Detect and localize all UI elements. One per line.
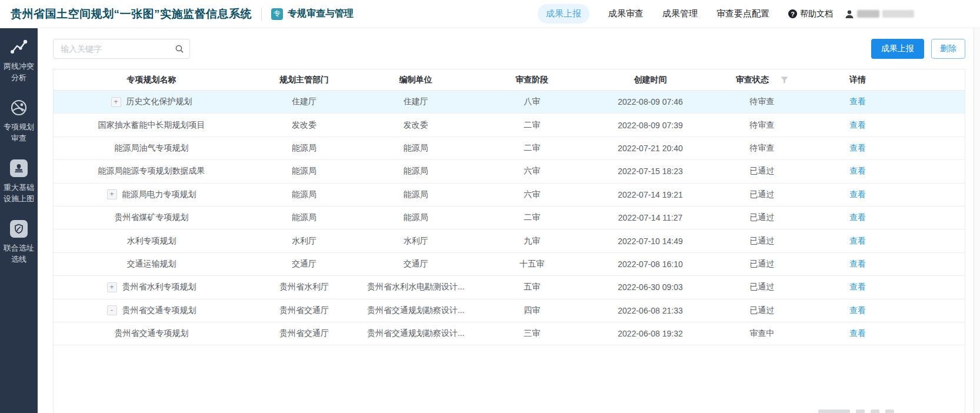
table-row[interactable]: -贵州省交通专项规划 贵州省交通厅 贵州省交通规划勘察设计... 四审 2022…: [54, 299, 965, 322]
plan-unit: 能源局: [359, 184, 473, 206]
plan-stage: 四审: [473, 299, 591, 322]
table-child-row[interactable]: 贵州省交通专项规划 贵州省交通厅 贵州省交通规划勘察设计... 三审 2022-…: [54, 322, 965, 345]
top-header: 贵州省国土空间规划“一张图”实施监督信息系统 专 专规审查与管理 成果上报 成果…: [0, 0, 980, 28]
search-icon[interactable]: [175, 44, 184, 56]
table-row[interactable]: +贵州省水利专项规划 贵州省水利厅 贵州省水利水电勘测设计... 五审 2022…: [54, 276, 965, 299]
nav-results-management[interactable]: 成果管理: [662, 8, 698, 19]
nav-results-review[interactable]: 成果审查: [608, 8, 644, 19]
view-link[interactable]: 查看: [849, 236, 866, 247]
plan-unit: 贵州省水利水电勘测设计...: [359, 276, 473, 298]
view-link[interactable]: 查看: [849, 282, 866, 292]
plan-name: 国家抽水蓄能中长期规划项目: [98, 120, 205, 131]
plan-created: 2022-07-10 14:49: [591, 229, 709, 252]
view-link[interactable]: 查看: [849, 212, 866, 223]
plan-unit: 能源局: [359, 206, 473, 229]
plan-unit: 能源局: [359, 137, 473, 159]
plan-created: 2022-06-08 19:32: [591, 322, 709, 345]
table-row[interactable]: 水利专项规划 水利厅 水利厅 九审 2022-07-10 14:49 已通过 查…: [54, 229, 965, 252]
expand-toggle-icon[interactable]: +: [107, 282, 117, 292]
nav-review-points-config[interactable]: 审查要点配置: [716, 8, 769, 19]
expand-toggle-icon[interactable]: +: [107, 189, 117, 199]
plan-stage: 二审: [473, 114, 591, 136]
plan-created: 2022-08-09 07:39: [591, 114, 709, 136]
table-row[interactable]: 交通运输规划 交通厅 交通厅 十五审 2022-07-08 16:10 已通过 …: [54, 253, 965, 276]
col-review-status-label: 审查状态: [736, 75, 769, 85]
search-input[interactable]: [53, 39, 190, 59]
plan-dept: 能源局: [249, 160, 359, 182]
plan-dept: 发改委: [249, 114, 359, 136]
plan-dept: 贵州省交通厅: [249, 322, 359, 345]
view-link[interactable]: 查看: [849, 259, 866, 269]
plan-name: 能源局电力专项规划: [122, 189, 196, 200]
plan-created: 2022-06-08 21:33: [591, 299, 709, 322]
report-results-button[interactable]: 成果上报: [871, 39, 924, 59]
help-doc-label: 帮助文档: [800, 9, 833, 19]
user-icon: [845, 9, 854, 19]
plan-dept: 交通厅: [249, 253, 359, 275]
pagination-clipped[interactable]: [818, 409, 894, 413]
plan-stage: 八审: [473, 91, 591, 113]
sidebar-label: 分析: [11, 72, 26, 83]
table-row[interactable]: 能源局油气专项规划 能源局 能源局 二审 2022-07-21 20:40 待审…: [54, 137, 965, 160]
table-row[interactable]: +历史文化保护规划 住建厅 住建厅 八审 2022-08-09 07:46 待审…: [54, 91, 965, 114]
sidebar-label: 审查: [11, 132, 26, 144]
plan-dept: 贵州省水利厅: [249, 276, 359, 298]
brand: 贵州省国土空间规划“一张图”实施监督信息系统 专 专规审查与管理: [11, 6, 354, 22]
col-plan-name: 专项规划名称: [54, 69, 249, 90]
table-row[interactable]: +能源局电力专项规划 能源局 能源局 六审 2022-07-14 19:21 已…: [54, 184, 965, 206]
table-row[interactable]: 贵州省煤矿专项规划 能源局 能源局 二审 2022-07-14 11:27 已通…: [54, 206, 965, 229]
view-link[interactable]: 查看: [849, 120, 866, 131]
user-account[interactable]: [845, 9, 914, 19]
view-link[interactable]: 查看: [849, 328, 866, 339]
plan-unit: 住建厅: [359, 91, 473, 113]
nav-results-report[interactable]: 成果上报: [538, 4, 589, 24]
view-link[interactable]: 查看: [849, 189, 866, 200]
sidebar-item-two-line-conflict-analysis[interactable]: 两线冲突 分析: [4, 36, 34, 83]
module-title: 专规审查与管理: [288, 8, 354, 20]
sidebar-item-joint-site-route-selection[interactable]: 联合选址 选线: [4, 218, 34, 265]
table-header-row: 专项规划名称 规划主管部门 编制单位 审查阶段 创建时间 审查状态 详情: [54, 69, 965, 91]
pagination-total-fragment: [818, 409, 850, 413]
plan-created: 2022-07-21 20:40: [591, 137, 709, 159]
view-link[interactable]: 查看: [849, 166, 866, 176]
window-scrollbar[interactable]: [974, 28, 980, 413]
plan-unit: 水利厅: [359, 229, 473, 252]
col-review-stage: 审查阶段: [473, 69, 591, 90]
plan-dept: 能源局: [249, 206, 359, 229]
expand-toggle-icon[interactable]: +: [111, 97, 121, 107]
globe-network-icon: [9, 97, 28, 118]
collapse-toggle-icon[interactable]: -: [107, 305, 117, 315]
shield-edit-icon: [10, 218, 28, 239]
plan-unit: 交通厅: [359, 253, 473, 275]
view-link[interactable]: 查看: [849, 96, 866, 107]
view-link[interactable]: 查看: [849, 305, 866, 316]
table-row[interactable]: 国家抽水蓄能中长期规划项目 发改委 发改委 二审 2022-08-09 07:3…: [54, 114, 965, 136]
plan-dept: 水利厅: [249, 229, 359, 252]
filter-funnel-icon[interactable]: [781, 76, 788, 84]
username-redacted-2: [882, 10, 914, 18]
stamp-icon: [10, 158, 28, 179]
view-link[interactable]: 查看: [849, 143, 866, 154]
plan-stage: 六审: [473, 160, 591, 182]
plan-stage: 九审: [473, 229, 591, 252]
plan-dept: 能源局: [249, 184, 359, 206]
sidebar-item-major-infrastructure-map[interactable]: 重大基础 设施上图: [4, 158, 34, 204]
plans-table: 专项规划名称 规划主管部门 编制单位 审查阶段 创建时间 审查状态 详情 +历史…: [53, 69, 965, 413]
plan-status: 审查中: [709, 322, 814, 345]
plan-status: 已通过: [709, 276, 814, 298]
col-review-status: 审查状态: [709, 69, 814, 90]
col-detail: 详情: [814, 69, 901, 90]
help-doc-link[interactable]: ? 帮助文档: [788, 9, 833, 19]
sidebar-item-special-plan-review[interactable]: 专项规划 审查: [4, 97, 34, 144]
delete-button[interactable]: 删除: [931, 39, 965, 59]
sidebar-label: 重大基础: [4, 182, 34, 193]
plan-dept: 住建厅: [249, 91, 359, 113]
plan-status: 待审查: [709, 114, 814, 136]
plan-name: 能源局能源专项规划数据成果: [98, 166, 205, 176]
plan-unit: 发改委: [359, 114, 473, 136]
table-row[interactable]: 能源局能源专项规划数据成果 能源局 能源局 六审 2022-07-15 18:2…: [54, 160, 965, 183]
plan-name: 贵州省交通专项规划: [115, 328, 189, 339]
plan-stage: 六审: [473, 184, 591, 206]
col-created-time: 创建时间: [591, 69, 709, 90]
plan-name: 贵州省交通专项规划: [122, 305, 196, 316]
